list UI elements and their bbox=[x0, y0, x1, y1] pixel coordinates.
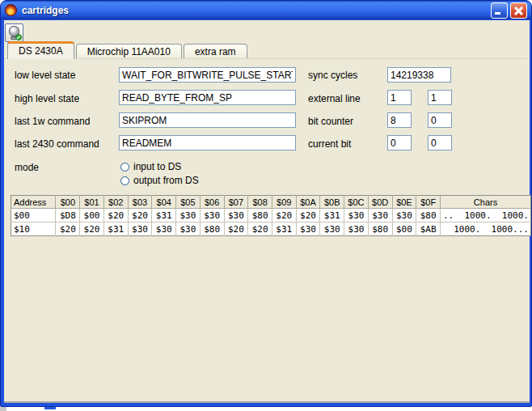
byte-cell[interactable]: $20 bbox=[224, 222, 248, 236]
byte-cell[interactable]: $30 bbox=[320, 222, 344, 236]
chars-cell[interactable]: .. 1000. 1000. bbox=[441, 209, 531, 222]
column-header-04: $04 bbox=[152, 196, 176, 209]
desktop-fragment bbox=[0, 407, 6, 411]
titlebar[interactable]: cartridges bbox=[1, 1, 531, 19]
chars-cell[interactable]: 1000. 1000... bbox=[441, 222, 531, 236]
byte-cell[interactable]: $00 bbox=[392, 222, 416, 236]
column-header-03: $03 bbox=[128, 196, 152, 209]
app-window: cartridges ✓ DS 2430A Microchip 11AA010 … bbox=[0, 0, 532, 407]
tab-microchip-11aa010[interactable]: Microchip 11AA010 bbox=[76, 44, 182, 59]
external-line-label: external line bbox=[308, 93, 361, 104]
table-row: $00 $D8 $00 $20 $20 $31 $30 $30 $30 $80 … bbox=[11, 209, 531, 222]
current-bit-field-1[interactable] bbox=[387, 135, 412, 150]
last-2430-command-field[interactable] bbox=[119, 135, 296, 150]
column-header-address: Address bbox=[11, 196, 56, 209]
column-header-07: $07 bbox=[224, 196, 248, 209]
byte-cell[interactable]: $30 bbox=[344, 209, 369, 222]
last-1w-command-label: last 1w command bbox=[15, 116, 90, 127]
byte-cell[interactable]: $30 bbox=[344, 222, 369, 236]
column-header-0c: $0C bbox=[344, 196, 369, 209]
mode-option-input-to-ds[interactable]: input to DS bbox=[120, 161, 181, 172]
current-bit-field-2[interactable] bbox=[428, 135, 452, 150]
column-header-0a: $0A bbox=[296, 196, 320, 209]
byte-cell[interactable]: $30 bbox=[296, 222, 320, 236]
external-line-field-1[interactable] bbox=[387, 90, 412, 105]
memory-table: Address $00 $01 $02 $03 $04 $05 $06 $07 … bbox=[11, 195, 531, 236]
column-header-01: $01 bbox=[80, 196, 104, 209]
app-icon bbox=[5, 4, 17, 16]
connected-check-icon: ✓ bbox=[15, 34, 22, 40]
bit-counter-field-2[interactable] bbox=[428, 112, 452, 128]
byte-cell[interactable]: $31 bbox=[152, 209, 176, 222]
byte-cell[interactable]: $30 bbox=[152, 222, 176, 236]
radio-input-to-ds-label: input to DS bbox=[133, 161, 181, 172]
byte-cell[interactable]: $20 bbox=[248, 222, 272, 236]
byte-cell[interactable]: $AB bbox=[416, 222, 441, 236]
last-2430-command-label: last 2430 command bbox=[15, 138, 99, 150]
column-header-chars: Chars bbox=[441, 196, 531, 209]
sync-cycles-label: sync cycles bbox=[308, 70, 357, 81]
byte-cell[interactable]: $80 bbox=[248, 209, 272, 222]
tab-extra-ram[interactable]: extra ram bbox=[184, 44, 247, 59]
radio-input-to-ds-icon[interactable] bbox=[120, 163, 129, 172]
byte-cell[interactable]: $20 bbox=[80, 222, 104, 236]
memory-table-header-row: Address $00 $01 $02 $03 $04 $05 $06 $07 … bbox=[11, 196, 531, 209]
tab-bar: DS 2430A Microchip 11AA010 extra ram bbox=[7, 41, 249, 59]
byte-cell[interactable]: $31 bbox=[103, 222, 128, 236]
byte-cell[interactable]: $30 bbox=[392, 209, 416, 222]
high-level-state-field[interactable] bbox=[119, 90, 296, 105]
column-header-09: $09 bbox=[272, 196, 296, 209]
radio-output-from-ds-icon[interactable] bbox=[120, 176, 129, 185]
low-level-state-label: low level state bbox=[15, 70, 75, 81]
high-level-state-label: high level state bbox=[15, 93, 79, 104]
column-header-02: $02 bbox=[103, 196, 128, 209]
byte-cell[interactable]: $30 bbox=[368, 209, 392, 222]
byte-cell[interactable]: $30 bbox=[224, 209, 248, 222]
byte-cell[interactable]: $20 bbox=[296, 209, 320, 222]
bit-counter-field-1[interactable] bbox=[387, 112, 412, 128]
minimize-button[interactable] bbox=[491, 2, 508, 19]
tab-ds-2430a[interactable]: DS 2430A bbox=[7, 41, 74, 59]
byte-cell[interactable]: $20 bbox=[103, 209, 128, 222]
byte-cell[interactable]: $30 bbox=[176, 209, 201, 222]
address-cell[interactable]: $00 bbox=[11, 209, 56, 222]
close-button[interactable] bbox=[510, 2, 527, 19]
mode-label: mode bbox=[15, 162, 39, 173]
byte-cell[interactable]: $20 bbox=[128, 209, 152, 222]
device-toolbar-button[interactable]: ✓ bbox=[5, 23, 23, 42]
column-header-00: $00 bbox=[56, 196, 80, 209]
byte-cell[interactable]: $30 bbox=[128, 222, 152, 236]
byte-cell[interactable]: $30 bbox=[200, 209, 224, 222]
byte-cell[interactable]: $80 bbox=[200, 222, 224, 236]
address-cell[interactable]: $10 bbox=[11, 222, 56, 236]
low-level-state-field[interactable] bbox=[119, 67, 296, 83]
column-header-0d: $0D bbox=[368, 196, 392, 209]
external-line-field-2[interactable] bbox=[428, 90, 452, 105]
byte-cell[interactable]: $31 bbox=[272, 222, 296, 236]
byte-cell[interactable]: $00 bbox=[80, 209, 104, 222]
desktop-fragment bbox=[44, 407, 56, 409]
sync-cycles-field[interactable] bbox=[387, 67, 451, 83]
last-1w-command-field[interactable] bbox=[119, 112, 296, 128]
mode-option-output-from-ds[interactable]: output from DS bbox=[120, 175, 199, 186]
byte-cell[interactable]: $31 bbox=[320, 209, 344, 222]
column-header-0e: $0E bbox=[392, 196, 416, 209]
current-bit-label: current bit bbox=[308, 138, 351, 150]
radio-output-from-ds-label: output from DS bbox=[133, 175, 199, 186]
column-header-05: $05 bbox=[176, 196, 201, 209]
byte-cell[interactable]: $20 bbox=[56, 222, 80, 236]
table-row: $10 $20 $20 $31 $30 $30 $30 $80 $20 $20 … bbox=[11, 222, 531, 236]
tab-panel-edge bbox=[5, 58, 527, 59]
byte-cell[interactable]: $D8 bbox=[56, 209, 80, 222]
column-header-0f: $0F bbox=[416, 196, 441, 209]
window-title: cartridges bbox=[22, 5, 488, 16]
bit-counter-label: bit counter bbox=[308, 116, 353, 127]
column-header-06: $06 bbox=[200, 196, 224, 209]
column-header-08: $08 bbox=[248, 196, 272, 209]
byte-cell[interactable]: $20 bbox=[272, 209, 296, 222]
byte-cell[interactable]: $80 bbox=[368, 222, 392, 236]
byte-cell[interactable]: $80 bbox=[416, 209, 441, 222]
column-header-0b: $0B bbox=[320, 196, 344, 209]
byte-cell[interactable]: $30 bbox=[176, 222, 201, 236]
